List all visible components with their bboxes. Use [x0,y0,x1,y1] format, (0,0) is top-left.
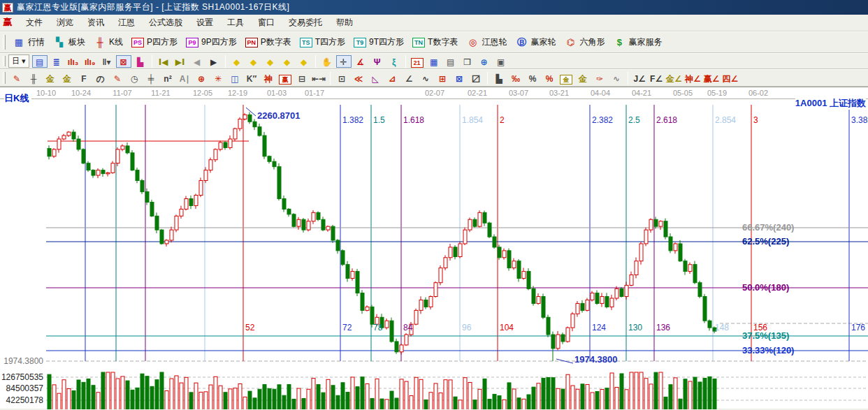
clock-cycle-icon[interactable]: ◷ [126,72,142,85]
service-icon[interactable]: $赢家服务 [609,34,666,50]
percent-line-icon[interactable]: % [542,72,557,85]
kline-icon[interactable]: ╫K线 [89,34,127,50]
a-line-icon[interactable]: A∣ [177,72,192,85]
date-tick: 01-03 [267,89,287,97]
skip-start-icon[interactable]: Ⅰ◀ [156,55,171,68]
chart-area[interactable]: 10-1010-2411-0711-2112-0512-1901-0301-17… [0,87,868,409]
save-icon[interactable]: ❒ [460,55,475,68]
step-forward-icon[interactable]: ▶ [206,55,222,68]
calendar-icon[interactable]: 21 [410,55,425,68]
percent-bars-icon[interactable]: ▙ [491,72,507,85]
brush-ruler-icon[interactable]: ✎ [110,72,125,85]
diamond-star-icon[interactable]: ◆ [296,55,312,68]
menu-item-文件[interactable]: 文件 [19,15,50,31]
toolbar-grip[interactable] [3,35,6,49]
box-handles-icon[interactable]: ⊡ [334,72,349,85]
quotes-grid-icon[interactable]: ▦行情 [8,34,49,50]
menu-item-工具[interactable]: 工具 [220,15,251,31]
diamond-left-icon[interactable]: ◆ [229,55,245,68]
percent-icon[interactable]: % [525,72,540,85]
gold-bar-icon[interactable]: 金 [575,72,591,85]
gann-wheel-icon[interactable]: ◎江恩轮 [462,34,511,50]
brush-2-icon[interactable]: ✑ [592,72,607,85]
menu-item-浏览[interactable]: 浏览 [50,15,80,31]
menu-item-资讯[interactable]: 资讯 [80,15,111,31]
gold-line-2-icon[interactable]: 金 [59,72,75,85]
protractor-icon[interactable]: ∡ [353,55,368,68]
menu-item-帮助[interactable]: 帮助 [329,15,360,31]
t-table-icon[interactable]: TNT数字表 [408,34,462,50]
red-fan-icon[interactable]: ≪ [351,72,366,85]
diamond-h-icon[interactable]: ◆ [263,55,278,68]
circle-cross-icon[interactable]: ⊕ [194,72,209,85]
diamond-x-icon[interactable]: ◆ [280,55,295,68]
brain-icon[interactable]: ξ [386,55,402,68]
gold-circle-icon[interactable]: 金 [558,72,574,85]
box-grid-icon[interactable]: ◫ [227,72,243,85]
t-percent-icon[interactable]: ‰ [508,72,523,85]
app-logo-icon-small: 赢 [2,18,13,28]
j-angle-icon[interactable]: J∠ [632,72,647,85]
skip-end-icon[interactable]: ▶Ⅰ [173,55,188,68]
spiral-icon[interactable]: の [93,72,108,85]
computer-icon[interactable]: ▣ [493,55,509,68]
brush-icon[interactable]: ✎ [9,72,24,85]
p-table-icon[interactable]: PNP数字表 [241,34,296,50]
step-back-icon[interactable]: ◀ [189,55,205,68]
calculator-icon[interactable]: ▦ [426,55,442,68]
ying-box-icon[interactable]: 赢 [277,72,293,85]
candle-style-icon[interactable]: ǁ▾ [99,55,115,68]
hexagon-icon[interactable]: ⌬六角形 [560,34,609,50]
blue-grid-icon[interactable]: ⊠ [451,72,467,85]
boxed-fan-icon[interactable]: ⊿ [384,72,400,85]
wave-3-icon[interactable]: ılı₃ [66,55,81,68]
toolbar-grip[interactable] [3,56,6,66]
p-square-icon[interactable]: PSP四方形 [127,34,182,50]
red-grid-icon[interactable]: ⊞ [435,72,450,85]
a-wave-icon[interactable]: ∿ [609,72,624,85]
gold-angle-icon[interactable]: 金∠ [665,72,683,85]
menu-item-公式选股[interactable]: 公式选股 [142,15,189,31]
notepad-icon[interactable]: ▤ [443,55,458,68]
kline-chart-canvas[interactable]: 521.382721.5781.618841.8549621042.382124… [0,99,868,409]
distribution-icon[interactable]: ▙ [133,55,148,68]
n-square-icon[interactable]: n² [160,72,175,85]
crosshair-icon[interactable]: ✛ [336,55,352,68]
wave-v-icon[interactable]: ∿ [418,72,433,85]
9t-square-icon[interactable]: T99T四方形 [349,34,408,50]
wave-9-icon[interactable]: ılı₉ [82,55,98,68]
pattern-box-icon[interactable]: ⊠ [116,55,131,68]
period-dropdown[interactable]: 日 ▾ [8,54,29,68]
menu-item-江恩[interactable]: 江恩 [111,15,142,31]
fence-2-icon[interactable]: ╪ [143,72,159,85]
gold-line-1-icon[interactable]: 金 [43,72,58,85]
purple-fan-icon[interactable]: ◺ [368,72,383,85]
ruler-123-icon[interactable]: ⊟ [294,72,310,85]
f-steps-icon[interactable]: F [76,72,92,85]
diamond-right-icon[interactable]: ◆ [246,55,261,68]
memo-icon[interactable]: ≣ [49,55,64,68]
fence-icon[interactable]: ╫ [26,72,41,85]
winner-wheel-icon[interactable]: Ⓑ赢家轮 [511,34,560,50]
menu-item-交易委托[interactable]: 交易委托 [282,15,329,31]
four-angle-icon[interactable]: 四∠ [721,72,739,85]
hand-icon[interactable]: ✋ [319,55,335,68]
f-angle-icon[interactable]: F∠ [649,72,664,85]
gann-head-icon[interactable]: Ψ [370,55,385,68]
9p-square-icon[interactable]: P99P四方形 [182,34,241,50]
ying-angle-icon[interactable]: 赢∠ [703,72,721,85]
angle-lines-icon[interactable]: ∠ [401,72,417,85]
sector-blocks-icon[interactable]: ▚板块 [49,34,89,50]
t-square-icon[interactable]: TST四方形 [296,34,349,50]
menu-item-设置[interactable]: 设置 [189,15,220,31]
width-icon[interactable]: ⇤⇥ [311,72,326,85]
chart-board-icon[interactable]: ▤ [32,55,48,68]
menu-item-窗口[interactable]: 窗口 [251,15,282,31]
star-grid-icon[interactable]: ✳ [210,72,226,85]
toolbar-grip[interactable] [3,72,6,83]
shen-angle-icon[interactable]: 神∠ [684,72,702,85]
k-quote-icon[interactable]: K″ [244,72,259,85]
parallel-icon[interactable]: 〼 [468,72,484,85]
web-icon[interactable]: ⊕ [477,55,492,68]
shen-icon[interactable]: 神 [261,72,276,85]
